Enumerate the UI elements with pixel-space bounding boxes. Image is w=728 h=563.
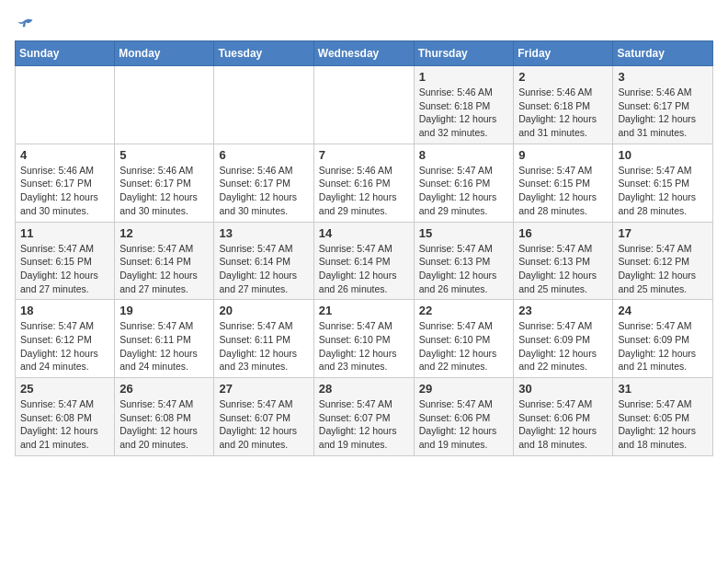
day-info: Sunrise: 5:47 AM Sunset: 6:14 PM Dayligh… [219, 242, 308, 296]
day-number: 27 [219, 382, 308, 396]
day-number: 19 [119, 304, 209, 317]
day-info: Sunrise: 5:46 AM Sunset: 6:17 PM Dayligh… [119, 164, 209, 218]
calendar-cell: 22Sunrise: 5:47 AM Sunset: 6:10 PM Dayli… [414, 300, 514, 378]
calendar-cell: 25Sunrise: 5:47 AM Sunset: 6:08 PM Dayli… [16, 378, 115, 456]
day-number: 26 [119, 382, 209, 396]
calendar-cell: 19Sunrise: 5:47 AM Sunset: 6:11 PM Dayli… [115, 300, 214, 378]
day-number: 3 [618, 70, 708, 84]
day-info: Sunrise: 5:47 AM Sunset: 6:14 PM Dayligh… [119, 242, 209, 296]
weekday-header-thursday: Thursday [414, 41, 514, 66]
calendar-cell: 23Sunrise: 5:47 AM Sunset: 6:09 PM Dayli… [514, 300, 613, 378]
day-info: Sunrise: 5:47 AM Sunset: 6:11 PM Dayligh… [119, 319, 209, 373]
calendar-week-3: 11Sunrise: 5:47 AM Sunset: 6:15 PM Dayli… [16, 222, 713, 300]
day-number: 1 [419, 70, 509, 84]
calendar-cell [313, 66, 414, 144]
weekday-header-wednesday: Wednesday [313, 41, 414, 66]
calendar-cell: 26Sunrise: 5:47 AM Sunset: 6:08 PM Dayli… [115, 378, 214, 456]
calendar-body: 1Sunrise: 5:46 AM Sunset: 6:18 PM Daylig… [16, 66, 713, 456]
day-info: Sunrise: 5:47 AM Sunset: 6:12 PM Dayligh… [618, 242, 708, 296]
day-number: 20 [219, 304, 308, 317]
weekday-row: SundayMondayTuesdayWednesdayThursdayFrid… [16, 41, 713, 66]
calendar-header: SundayMondayTuesdayWednesdayThursdayFrid… [16, 41, 713, 66]
weekday-header-monday: Monday [115, 41, 214, 66]
day-number: 6 [219, 148, 308, 162]
day-number: 9 [518, 148, 608, 162]
day-number: 7 [319, 148, 409, 162]
day-info: Sunrise: 5:47 AM Sunset: 6:13 PM Dayligh… [419, 242, 509, 296]
calendar-cell: 12Sunrise: 5:47 AM Sunset: 6:14 PM Dayli… [115, 222, 214, 300]
day-info: Sunrise: 5:47 AM Sunset: 6:10 PM Dayligh… [419, 319, 509, 373]
day-number: 25 [20, 382, 109, 396]
calendar-cell: 7Sunrise: 5:46 AM Sunset: 6:16 PM Daylig… [313, 144, 414, 222]
calendar-cell: 31Sunrise: 5:47 AM Sunset: 6:05 PM Dayli… [613, 378, 713, 456]
page-header [15, 15, 713, 33]
day-info: Sunrise: 5:47 AM Sunset: 6:16 PM Dayligh… [419, 164, 509, 218]
day-info: Sunrise: 5:46 AM Sunset: 6:17 PM Dayligh… [618, 86, 708, 140]
calendar-cell: 10Sunrise: 5:47 AM Sunset: 6:15 PM Dayli… [613, 144, 713, 222]
calendar-cell: 11Sunrise: 5:47 AM Sunset: 6:15 PM Dayli… [16, 222, 115, 300]
day-info: Sunrise: 5:47 AM Sunset: 6:09 PM Dayligh… [518, 319, 608, 373]
day-number: 29 [419, 382, 509, 396]
day-number: 2 [518, 70, 608, 84]
weekday-header-friday: Friday [514, 41, 613, 66]
calendar-cell: 30Sunrise: 5:47 AM Sunset: 6:06 PM Dayli… [514, 378, 613, 456]
day-info: Sunrise: 5:47 AM Sunset: 6:07 PM Dayligh… [219, 397, 308, 452]
calendar-cell: 18Sunrise: 5:47 AM Sunset: 6:12 PM Dayli… [16, 300, 115, 378]
day-info: Sunrise: 5:47 AM Sunset: 6:15 PM Dayligh… [618, 164, 708, 218]
day-number: 13 [219, 226, 308, 240]
logo-bird-icon [17, 15, 35, 33]
calendar-cell: 6Sunrise: 5:46 AM Sunset: 6:17 PM Daylig… [214, 144, 313, 222]
calendar-cell: 16Sunrise: 5:47 AM Sunset: 6:13 PM Dayli… [514, 222, 613, 300]
day-info: Sunrise: 5:47 AM Sunset: 6:08 PM Dayligh… [20, 397, 109, 452]
calendar-week-4: 18Sunrise: 5:47 AM Sunset: 6:12 PM Dayli… [16, 300, 713, 378]
day-info: Sunrise: 5:47 AM Sunset: 6:12 PM Dayligh… [20, 319, 109, 373]
calendar-week-2: 4Sunrise: 5:46 AM Sunset: 6:17 PM Daylig… [16, 144, 713, 222]
calendar-week-5: 25Sunrise: 5:47 AM Sunset: 6:08 PM Dayli… [16, 378, 713, 456]
calendar-cell [16, 66, 115, 144]
day-info: Sunrise: 5:47 AM Sunset: 6:09 PM Dayligh… [618, 319, 708, 373]
day-number: 15 [419, 226, 509, 240]
day-number: 14 [319, 226, 409, 240]
calendar-cell: 13Sunrise: 5:47 AM Sunset: 6:14 PM Dayli… [214, 222, 313, 300]
day-info: Sunrise: 5:47 AM Sunset: 6:07 PM Dayligh… [319, 397, 409, 452]
day-info: Sunrise: 5:47 AM Sunset: 6:05 PM Dayligh… [618, 397, 708, 452]
day-info: Sunrise: 5:47 AM Sunset: 6:15 PM Dayligh… [518, 164, 608, 218]
day-number: 16 [518, 226, 608, 240]
calendar-cell: 14Sunrise: 5:47 AM Sunset: 6:14 PM Dayli… [313, 222, 414, 300]
day-number: 10 [618, 148, 708, 162]
calendar-cell [115, 66, 214, 144]
day-info: Sunrise: 5:47 AM Sunset: 6:06 PM Dayligh… [518, 397, 608, 452]
calendar-cell: 20Sunrise: 5:47 AM Sunset: 6:11 PM Dayli… [214, 300, 313, 378]
day-number: 21 [319, 304, 409, 317]
day-number: 11 [20, 226, 109, 240]
calendar-cell: 8Sunrise: 5:47 AM Sunset: 6:16 PM Daylig… [414, 144, 514, 222]
calendar-cell: 1Sunrise: 5:46 AM Sunset: 6:18 PM Daylig… [414, 66, 514, 144]
calendar-cell: 27Sunrise: 5:47 AM Sunset: 6:07 PM Dayli… [214, 378, 313, 456]
calendar-cell: 2Sunrise: 5:46 AM Sunset: 6:18 PM Daylig… [514, 66, 613, 144]
calendar-cell: 5Sunrise: 5:46 AM Sunset: 6:17 PM Daylig… [115, 144, 214, 222]
day-number: 4 [20, 148, 109, 162]
day-info: Sunrise: 5:47 AM Sunset: 6:10 PM Dayligh… [319, 319, 409, 373]
calendar-cell: 9Sunrise: 5:47 AM Sunset: 6:15 PM Daylig… [514, 144, 613, 222]
day-number: 18 [20, 304, 109, 317]
day-info: Sunrise: 5:46 AM Sunset: 6:17 PM Dayligh… [20, 164, 109, 218]
calendar-cell: 17Sunrise: 5:47 AM Sunset: 6:12 PM Dayli… [613, 222, 713, 300]
calendar-cell: 3Sunrise: 5:46 AM Sunset: 6:17 PM Daylig… [613, 66, 713, 144]
weekday-header-saturday: Saturday [613, 41, 713, 66]
day-number: 17 [618, 226, 708, 240]
day-info: Sunrise: 5:46 AM Sunset: 6:17 PM Dayligh… [219, 164, 308, 218]
calendar-cell: 15Sunrise: 5:47 AM Sunset: 6:13 PM Dayli… [414, 222, 514, 300]
calendar-cell: 28Sunrise: 5:47 AM Sunset: 6:07 PM Dayli… [313, 378, 414, 456]
calendar-cell: 29Sunrise: 5:47 AM Sunset: 6:06 PM Dayli… [414, 378, 514, 456]
day-info: Sunrise: 5:47 AM Sunset: 6:08 PM Dayligh… [119, 397, 209, 452]
calendar-cell: 21Sunrise: 5:47 AM Sunset: 6:10 PM Dayli… [313, 300, 414, 378]
day-number: 8 [419, 148, 509, 162]
calendar-week-1: 1Sunrise: 5:46 AM Sunset: 6:18 PM Daylig… [16, 66, 713, 144]
day-info: Sunrise: 5:47 AM Sunset: 6:15 PM Dayligh… [20, 242, 109, 296]
day-info: Sunrise: 5:47 AM Sunset: 6:06 PM Dayligh… [419, 397, 509, 452]
weekday-header-sunday: Sunday [16, 41, 115, 66]
weekday-header-tuesday: Tuesday [214, 41, 313, 66]
calendar-cell: 24Sunrise: 5:47 AM Sunset: 6:09 PM Dayli… [613, 300, 713, 378]
day-number: 28 [319, 382, 409, 396]
day-info: Sunrise: 5:46 AM Sunset: 6:18 PM Dayligh… [419, 86, 509, 140]
